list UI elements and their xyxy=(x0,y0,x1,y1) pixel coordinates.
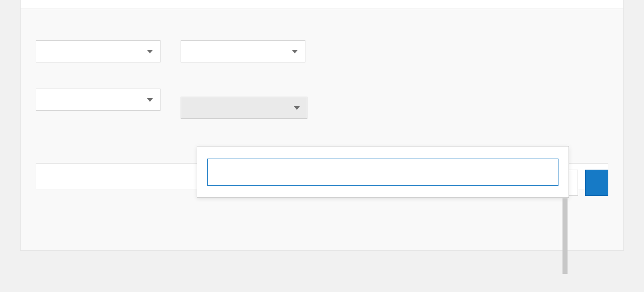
playlist-source-select[interactable] xyxy=(36,89,160,111)
find-playlist-select[interactable] xyxy=(181,97,307,119)
done-button[interactable] xyxy=(585,170,608,196)
caret-down-icon xyxy=(147,50,153,53)
caret-down-icon xyxy=(294,106,300,110)
layout-select[interactable] xyxy=(181,40,305,62)
caret-down-icon xyxy=(292,50,298,53)
scrollbar-thumb[interactable] xyxy=(562,198,568,274)
caret-down-icon xyxy=(147,98,153,102)
section-editor-panel xyxy=(20,9,624,251)
content-select[interactable] xyxy=(36,40,160,62)
top-strip xyxy=(20,0,624,9)
find-playlist-dropdown xyxy=(197,146,569,198)
find-playlist-search-input[interactable] xyxy=(207,159,558,186)
spacer-label xyxy=(181,83,307,91)
